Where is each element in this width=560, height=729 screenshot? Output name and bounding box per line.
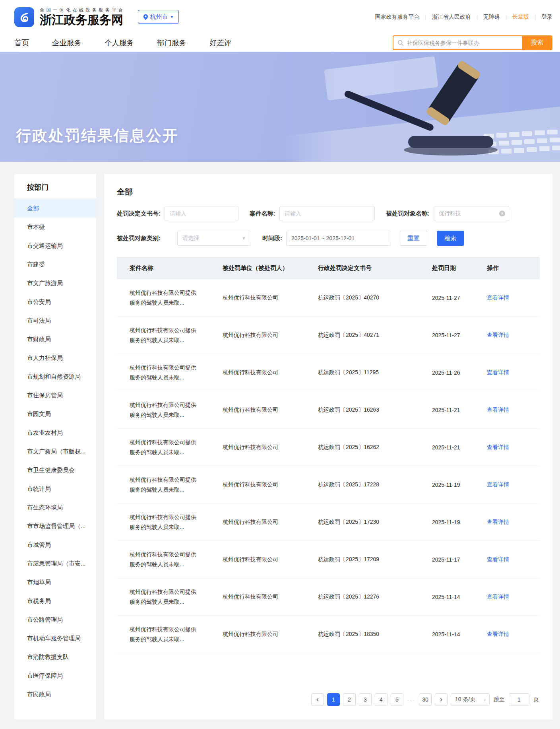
page-button[interactable]: 4	[375, 693, 388, 706]
view-detail-link[interactable]: 查看详情	[487, 631, 509, 637]
sidebar: 按部门 全部市本级市交通运输局市建委市文广旅游局市公安局市司法局市财政局市人力社…	[14, 174, 96, 719]
sidebar-item[interactable]: 市城管局	[14, 535, 96, 554]
sidebar-item[interactable]: 全部	[14, 199, 96, 218]
reset-button[interactable]: 重置	[400, 231, 427, 246]
sidebar-item[interactable]: 市市场监督管理局（...	[14, 517, 96, 535]
view-detail-link[interactable]: 查看详情	[487, 294, 509, 301]
view-detail-link[interactable]: 查看详情	[487, 556, 509, 562]
table-body: 杭州优行科技有限公司提供服务的驾驶人员未取... 杭州优行科技有限公司 杭运政罚…	[117, 279, 540, 653]
sidebar-item[interactable]: 市本级	[14, 218, 96, 236]
sidebar-item[interactable]: 市生态环境局	[14, 498, 96, 517]
top-link[interactable]: 国家政务服务平台	[375, 14, 420, 21]
penalty-date-cell: 2025-11-27	[419, 332, 474, 338]
target-name-input[interactable]	[434, 206, 509, 221]
target-type-label: 被处罚对象类别:	[117, 235, 173, 242]
chevron-right-icon: ›	[440, 696, 442, 703]
search-input[interactable]	[407, 40, 518, 46]
penalty-date-cell: 2025-11-21	[419, 407, 474, 413]
punished-unit-cell: 杭州优行科技有限公司	[210, 481, 305, 488]
sidebar-item[interactable]: 市住保房管局	[14, 386, 96, 404]
next-page-button[interactable]: ›	[435, 693, 448, 706]
results-table: 案件名称被处罚单位（被处罚人）行政处罚决定文书号处罚日期操作 杭州优行科技有限公…	[117, 255, 540, 653]
penalty-date-cell: 2025-11-19	[419, 519, 474, 525]
query-button[interactable]: 检索	[437, 231, 464, 246]
page-button[interactable]: 2	[343, 693, 356, 706]
sidebar-item[interactable]: 市交通运输局	[14, 236, 96, 255]
sidebar-item[interactable]: 市民政局	[14, 685, 96, 704]
sidebar-item[interactable]: 市财政局	[14, 330, 96, 348]
search-icon	[397, 40, 404, 46]
view-detail-link[interactable]: 查看详情	[487, 332, 509, 338]
sidebar-item[interactable]: 市消防救援支队	[14, 647, 96, 666]
nav-item[interactable]: 部门服务	[157, 38, 186, 48]
view-detail-link[interactable]: 查看详情	[487, 444, 509, 450]
section-title: 全部	[117, 187, 540, 197]
top-link[interactable]: 无障碍	[471, 14, 500, 21]
page-size-select[interactable]: 10 条/页 ∨	[451, 693, 490, 706]
doc-no-label: 处罚决定文书号:	[117, 210, 161, 218]
view-detail-link[interactable]: 查看详情	[487, 519, 509, 525]
jump-label: 跳至	[494, 696, 505, 703]
prev-page-button[interactable]: ‹	[311, 693, 324, 706]
nav-item[interactable]: 首页	[14, 38, 29, 48]
penalty-date-cell: 2025-11-27	[419, 295, 474, 301]
page-button[interactable]: 1	[327, 693, 340, 706]
view-detail-link[interactable]: 查看详情	[487, 369, 509, 375]
nav-item[interactable]: 个人服务	[105, 38, 134, 48]
jump-page-input[interactable]	[509, 693, 529, 706]
sidebar-item[interactable]: 市机动车服务管理局	[14, 629, 96, 647]
last-page-button[interactable]: 30	[419, 693, 432, 706]
sidebar-item[interactable]: 市司法局	[14, 311, 96, 330]
decision-doc-no-cell: 杭运政罚〔2025〕16262	[305, 444, 419, 451]
case-name-cell: 杭州优行科技有限公司提供服务的驾驶人员未取...	[130, 512, 198, 532]
table-row: 杭州优行科技有限公司提供服务的驾驶人员未取... 杭州优行科技有限公司 杭运政罚…	[117, 616, 540, 653]
sidebar-item[interactable]: 市公安局	[14, 292, 96, 311]
search-button[interactable]: 搜索	[522, 35, 552, 50]
sidebar-item[interactable]: 市税务局	[14, 591, 96, 610]
sidebar-item[interactable]: 市文广新局（市版权...	[14, 442, 96, 461]
site-logo-icon[interactable]	[14, 7, 34, 27]
case-name-input[interactable]	[279, 206, 375, 221]
sidebar-item[interactable]: 市应急管理局（市安...	[14, 554, 96, 573]
nav-search: 搜索	[393, 35, 552, 50]
view-detail-link[interactable]: 查看详情	[487, 593, 509, 600]
sidebar-item[interactable]: 市规划和自然资源局	[14, 367, 96, 386]
page-size-value: 10 条/页	[455, 696, 475, 703]
sidebar-item[interactable]: 市卫生健康委员会	[14, 461, 96, 479]
target-type-select[interactable]: 请选择 ▼	[177, 231, 251, 246]
sidebar-item[interactable]: 市统计局	[14, 479, 96, 498]
top-link[interactable]: 长辈版	[500, 14, 529, 21]
sidebar-item[interactable]: 市公路管理局	[14, 610, 96, 629]
sidebar-item[interactable]: 市烟草局	[14, 573, 96, 591]
main-panel: 全部 处罚决定文书号: 案件名称: 被处罚对象名称: ✕ 被处罚对象类别:	[104, 174, 552, 719]
page-title: 行政处罚结果信息公开	[16, 126, 179, 146]
table-column-header: 操作	[474, 264, 540, 272]
sidebar-item[interactable]: 市建委	[14, 255, 96, 274]
jump-suffix: 页	[533, 696, 539, 703]
doc-no-input[interactable]	[165, 206, 238, 221]
top-link[interactable]: 登录	[529, 14, 552, 21]
sidebar-item[interactable]: 市园文局	[14, 404, 96, 423]
penalty-date-cell: 2025-11-14	[419, 631, 474, 638]
view-detail-link[interactable]: 查看详情	[487, 406, 509, 413]
decision-doc-no-cell: 杭运政罚〔2025〕17230	[305, 519, 419, 526]
page-button[interactable]: 5	[391, 693, 403, 706]
target-name-label: 被处罚对象名称:	[386, 210, 430, 218]
target-type-placeholder: 请选择	[182, 235, 199, 242]
page-ellipsis: ···	[407, 697, 415, 703]
clear-icon[interactable]: ✕	[499, 211, 505, 217]
sidebar-item[interactable]: 市文广旅游局	[14, 274, 96, 292]
page-button[interactable]: 3	[359, 693, 372, 706]
top-link[interactable]: 浙江省人民政府	[420, 14, 471, 21]
view-detail-link[interactable]: 查看详情	[487, 481, 509, 488]
table-row: 杭州优行科技有限公司提供服务的驾驶人员未取... 杭州优行科技有限公司 杭运政罚…	[117, 541, 540, 578]
top-bar: 全国一体化在线政务服务平台 浙江政务服务网 杭州市 ▼ 国家政务服务平台浙江省人…	[0, 0, 560, 34]
sidebar-item[interactable]: 市农业农村局	[14, 423, 96, 442]
nav-item[interactable]: 好差评	[209, 38, 232, 48]
sidebar-item[interactable]: 市医疗保障局	[14, 666, 96, 685]
sidebar-item[interactable]: 市人力社保局	[14, 348, 96, 367]
nav-item[interactable]: 企业服务	[52, 38, 81, 48]
decision-doc-no-cell: 杭运政罚〔2025〕12276	[305, 593, 419, 601]
time-range-input[interactable]	[286, 231, 391, 246]
city-selector[interactable]: 杭州市 ▼	[138, 10, 179, 24]
